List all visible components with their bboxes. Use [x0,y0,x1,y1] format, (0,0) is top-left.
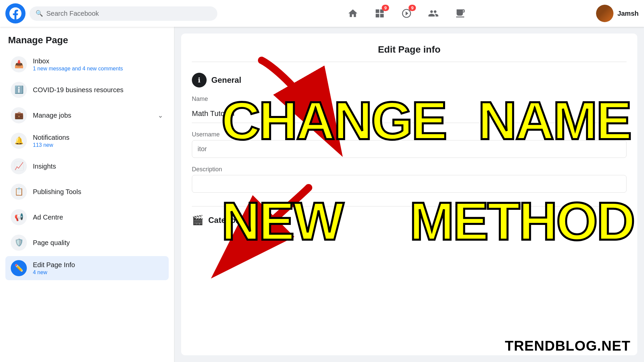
publishing-label: Publishing Tools [33,188,163,196]
sidebar-item-jobs[interactable]: 💼 Manage jobs ⌄ [5,103,169,127]
insights-icon: 📈 [11,158,27,174]
covid-icon: ℹ️ [11,82,27,98]
search-placeholder: Search Facebook [46,10,99,17]
inbox-sub: 1 new message and 4 new comments [33,66,163,72]
insights-text: Insights [33,163,163,170]
pages-badge: 9 [382,5,389,11]
facebook-logo[interactable] [5,3,25,23]
categories-label: Categories [208,216,250,225]
sidebar-item-covid[interactable]: ℹ️ COVID-19 business resources [5,78,169,102]
sidebar-item-inbox[interactable]: 📥 Inbox 1 new message and 4 new comments [5,52,169,76]
inbox-label: Inbox [33,57,163,65]
sidebar: Manage Page 📥 Inbox 1 new message and 4 … [0,27,174,362]
username-field: Username [192,131,627,158]
editpage-label: Edit Page Info [33,261,163,269]
adcentre-icon: 📢 [11,209,27,225]
editpage-icon: ✏️ [11,260,27,276]
edit-panel: Edit Page info ℹ General Name Math Tutor… [181,34,637,355]
pages-nav-button[interactable]: 9 [368,3,392,23]
home-nav-button[interactable] [341,3,365,23]
user-name: Jamsh [618,10,639,17]
description-label: Description [192,166,627,173]
notifications-label: Notifications [33,134,163,141]
editpage-sub: 4 new [33,269,163,276]
covid-label: COVID-19 business resources [33,86,163,94]
watch-badge: 9 [409,5,416,11]
categories-header: 🎬 Categories [192,215,627,226]
main-content: Edit Page info ℹ General Name Math Tutor… [174,27,644,362]
jobs-label: Manage jobs [33,112,152,119]
quality-icon: 🛡️ [11,235,27,251]
top-navigation: 🔍 Search Facebook 9 9 Jamsh [0,0,644,27]
adcentre-label: Ad Centre [33,214,163,221]
main-layout: Manage Page 📥 Inbox 1 new message and 4 … [0,27,644,362]
description-input[interactable] [192,175,627,193]
general-label: General [211,75,241,85]
publishing-icon: 📋 [11,184,27,200]
publishing-text: Publishing Tools [33,188,163,196]
notifications-sub: 113 new [33,142,163,148]
quality-text: Page quality [33,239,163,247]
nav-center: 9 9 [217,3,596,23]
sidebar-item-adcentre[interactable]: 📢 Ad Centre [5,205,169,229]
chevron-down-icon: ⌄ [158,111,163,119]
sidebar-item-publishing[interactable]: 📋 Publishing Tools [5,180,169,204]
inbox-icon: 📥 [11,56,27,72]
name-label: Name [192,96,627,103]
name-value: Math Tutorial [192,105,627,123]
adcentre-text: Ad Centre [33,214,163,221]
notifications-text: Notifications 113 new [33,134,163,148]
avatar[interactable] [596,5,613,22]
sidebar-item-notifications[interactable]: 🔔 Notifications 113 new [5,129,169,153]
search-bar[interactable]: 🔍 Search Facebook [30,6,217,21]
covid-text: COVID-19 business resources [33,86,163,94]
sidebar-item-quality[interactable]: 🛡️ Page quality [5,231,169,255]
avatar-image [596,5,613,22]
general-section-header: ℹ General [192,73,627,87]
jobs-icon: 💼 [11,107,27,123]
editpage-text: Edit Page Info 4 new [33,261,163,276]
nav-right: Jamsh [596,5,639,22]
general-icon: ℹ [192,73,207,87]
search-icon: 🔍 [36,10,43,17]
inbox-text: Inbox 1 new message and 4 new comments [33,57,163,72]
username-input[interactable] [192,140,627,158]
sidebar-item-insights[interactable]: 📈 Insights [5,154,169,178]
categories-section: 🎬 Categories [192,206,627,226]
notifications-icon: 🔔 [11,133,27,149]
insights-label: Insights [33,163,163,170]
username-label: Username [192,131,627,138]
description-field: Description [192,166,627,193]
edit-panel-title: Edit Page info [192,44,627,62]
watch-nav-button[interactable]: 9 [394,3,419,23]
sidebar-title: Manage Page [5,35,169,46]
quality-label: Page quality [33,239,163,247]
jobs-text: Manage jobs [33,112,152,119]
groups-nav-button[interactable] [421,3,445,23]
name-field: Name Math Tutorial [192,96,627,123]
sidebar-item-editpage[interactable]: ✏️ Edit Page Info 4 new [5,256,169,280]
categories-icon: 🎬 [192,215,204,226]
gaming-nav-button[interactable] [448,3,472,23]
